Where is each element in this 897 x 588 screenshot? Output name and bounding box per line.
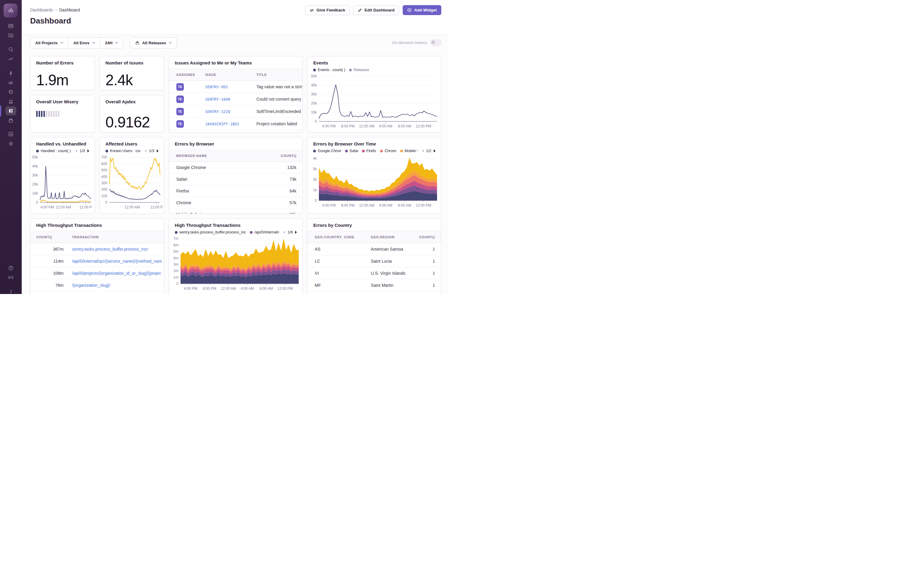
sidebar-item-projects[interactable] bbox=[5, 31, 16, 40]
legend-item[interactable]: Google Chrome bbox=[313, 149, 341, 153]
sidebar-item-whats-new[interactable] bbox=[5, 273, 16, 282]
issue-link[interactable]: SENTRY-VD5 bbox=[205, 85, 228, 89]
table-row[interactable]: 367msentry.tasks.process_buffer.process_… bbox=[31, 243, 164, 255]
pager-left-icon[interactable] bbox=[75, 149, 78, 153]
table-row[interactable]: MFSaint Martin1 bbox=[308, 279, 441, 291]
legend-item[interactable]: Events : count( ) bbox=[313, 68, 345, 72]
svg-text:12:00 AM: 12:00 AM bbox=[124, 205, 140, 209]
svg-text:4m: 4m bbox=[173, 256, 178, 260]
legend-dot bbox=[380, 150, 383, 153]
misery-segment bbox=[46, 111, 47, 117]
table-row[interactable]: 109m/api/0/projects/{organization_id_or_… bbox=[31, 267, 164, 279]
table-row[interactable]: Safari73k bbox=[169, 174, 303, 185]
table-row[interactable]: 76m/{organization_slug}/ bbox=[31, 279, 164, 291]
throughput-area-chart[interactable]: 01m2m3m4m5m6m7m4:00 PM8:00 PM12:00 AM4:0… bbox=[170, 235, 301, 291]
sidebar-item-performance[interactable] bbox=[5, 55, 16, 64]
sidebar-item-collapse[interactable] bbox=[5, 287, 16, 294]
issue-link[interactable]: JAVASCRIPT-1BG2 bbox=[205, 122, 239, 126]
assignee-avatar[interactable]: TE bbox=[176, 108, 184, 115]
releases-filter[interactable]: All Releases bbox=[130, 37, 177, 49]
pager-left-icon[interactable] bbox=[421, 149, 424, 153]
widget-title: High Throughput Transactions bbox=[169, 219, 303, 228]
column-header: COUNT() bbox=[37, 235, 72, 239]
edit-dashboard-button[interactable]: Edit Dashboard bbox=[353, 5, 399, 15]
sidebar-item-dashboards[interactable] bbox=[5, 106, 16, 115]
sidebar-item-explore[interactable] bbox=[5, 45, 16, 54]
project-filter[interactable]: All Projects bbox=[31, 37, 68, 48]
table-row[interactable]: TESENTRY-16H8Could not convert query bbox=[169, 93, 303, 105]
give-feedback-button[interactable]: Give Feedback bbox=[305, 5, 350, 15]
table-row[interactable]: Mobile Safari33k bbox=[169, 209, 303, 214]
table-row[interactable]: ASAmerican Samoa1 bbox=[308, 243, 441, 255]
sidebar-item-replays[interactable] bbox=[5, 87, 16, 96]
svg-text:7m: 7m bbox=[173, 237, 178, 241]
handled-line-chart[interactable]: 010k20k30k40k50k4:00 PM12:00 AM12:00 P bbox=[31, 154, 93, 210]
errors-by-browser-table: BROWSER.NAMECOUNT()Google Chrome132kSafa… bbox=[169, 150, 303, 214]
svg-text:10k: 10k bbox=[32, 191, 38, 195]
throughput-table: COUNT()TRANSACTION367msentry.tasks.proce… bbox=[31, 231, 164, 291]
table-row[interactable]: Chrome57k bbox=[169, 197, 303, 209]
pager-left-icon[interactable] bbox=[283, 231, 285, 234]
table-row[interactable]: Firefox64k bbox=[169, 185, 303, 197]
transaction-link[interactable]: /api/0/internal/rpc/{service_name}/{meth… bbox=[72, 259, 162, 264]
legend-item[interactable]: Chrome bbox=[380, 149, 396, 153]
sidebar-item-issues[interactable] bbox=[5, 21, 16, 31]
legend-item[interactable]: Releases bbox=[349, 68, 369, 72]
table-row[interactable]: TEJAVASCRIPT-1BG2Project creation failed bbox=[169, 118, 303, 130]
legend-item[interactable]: Safari bbox=[345, 149, 358, 153]
time-range-filter[interactable]: 24H bbox=[100, 37, 123, 48]
pager-right-icon[interactable] bbox=[295, 231, 297, 234]
affected-users-line-chart[interactable]: 010020030040050060070012:00 AM12:00 P bbox=[100, 154, 162, 210]
table-row[interactable]: TESENTRY-VD5Tag value was not a strin bbox=[169, 81, 303, 93]
sidebar-item-settings[interactable] bbox=[5, 139, 16, 148]
legend-item[interactable]: Known Users : cour bbox=[106, 149, 140, 153]
add-widget-button[interactable]: Add Widget bbox=[403, 5, 441, 15]
widget-throughput-table: High Throughput Transactions COUNT()TRAN… bbox=[30, 218, 164, 294]
errors-by-browser-area-chart[interactable]: 01k2k3k4k4:00 PM8:00 PM12:00 AM4:00 AM8:… bbox=[308, 154, 439, 208]
assignee-avatar[interactable]: TE bbox=[176, 120, 184, 128]
column-header: ISSUE bbox=[205, 73, 257, 76]
pager-right-icon[interactable] bbox=[87, 149, 90, 153]
pager-right-icon[interactable] bbox=[156, 149, 159, 153]
sidebar-item-stats[interactable] bbox=[5, 130, 16, 139]
sidebar-item-help[interactable] bbox=[5, 264, 16, 273]
table-row[interactable]: TESENTRY-32ZQSoftTimeLimitExceeded bbox=[169, 105, 303, 118]
table-row[interactable]: Google Chrome132k bbox=[169, 162, 303, 174]
events-line-chart[interactable]: 010k20k30k40k50k4:00 PM8:00 PM12:00 AM4:… bbox=[308, 73, 439, 128]
transaction-link[interactable]: /api/0/projects/{organization_id_or_slug… bbox=[72, 271, 161, 276]
table-row[interactable]: 114m/api/0/internal/rpc/{service_name}/{… bbox=[31, 255, 164, 267]
sidebar-item-starfish[interactable] bbox=[5, 69, 16, 78]
sidebar-item-alerts[interactable] bbox=[5, 97, 16, 106]
sentry-logo[interactable] bbox=[4, 4, 17, 17]
environment-filter[interactable]: All Envs bbox=[68, 37, 100, 48]
legend-label: Safari bbox=[350, 149, 358, 153]
transaction-link[interactable]: sentry.tasks.process_buffer.process_incr bbox=[72, 247, 148, 252]
table-row[interactable]: LCSaint Lucia1 bbox=[308, 255, 441, 267]
sidebar-item-feedback[interactable] bbox=[5, 78, 16, 87]
count-value: 1 bbox=[417, 259, 441, 264]
legend-label: Mobile S bbox=[405, 149, 418, 153]
table-row[interactable]: VIU.S. Virgin Islands1 bbox=[308, 267, 441, 279]
header-buttons: Give Feedback Edit Dashboard Add Widget bbox=[305, 5, 441, 15]
assignee-avatar[interactable]: TE bbox=[176, 96, 184, 103]
transaction-link[interactable]: /{organization_slug}/ bbox=[72, 283, 110, 288]
pager-left-icon[interactable] bbox=[144, 149, 147, 153]
legend-label: Firefox bbox=[366, 149, 377, 153]
legend-item[interactable]: Handled : count( ) bbox=[36, 149, 70, 153]
issue-link[interactable]: SENTRY-16H8 bbox=[205, 97, 230, 101]
legend-item[interactable]: Mobile S bbox=[400, 149, 418, 153]
sidebar bbox=[0, 0, 22, 294]
page-title: Dashboard bbox=[30, 16, 71, 26]
table-header: BROWSER.NAMECOUNT() bbox=[169, 150, 303, 162]
assignee-avatar[interactable]: TE bbox=[176, 83, 184, 91]
legend-item[interactable]: /api/0/internal/r bbox=[250, 230, 279, 234]
issue-link[interactable]: SENTRY-32ZQ bbox=[205, 109, 230, 114]
sidebar-item-releases[interactable] bbox=[5, 116, 16, 125]
legend-item[interactable]: Firefox bbox=[362, 149, 377, 153]
legend-item[interactable]: sentry.tasks.process_buffer.process_incr bbox=[175, 230, 246, 234]
table-header: GEO.COUNTRY_CODEGEO.REGIONCOUNT() bbox=[308, 231, 441, 243]
browser-name: Chrome bbox=[176, 200, 276, 205]
breadcrumb-parent[interactable]: Dashboards bbox=[30, 8, 53, 12]
pager-right-icon[interactable] bbox=[433, 149, 436, 153]
ondemand-metrics-toggle[interactable] bbox=[430, 40, 441, 46]
